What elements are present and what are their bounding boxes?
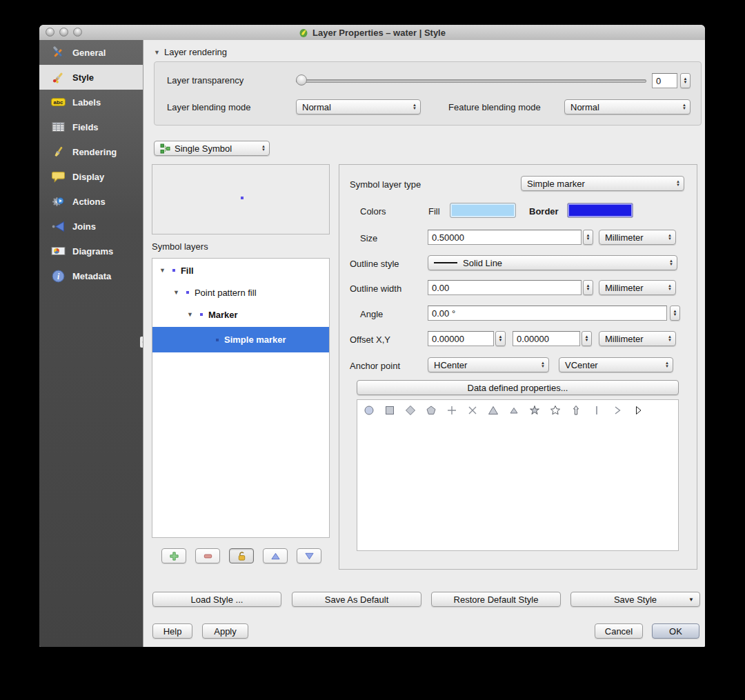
slider-track[interactable] bbox=[296, 79, 646, 83]
angle-input[interactable]: 0.00 ° bbox=[428, 306, 667, 321]
minimize-button[interactable] bbox=[59, 28, 68, 37]
feature-blending-label: Feature blending mode bbox=[448, 102, 541, 112]
border-color-swatch[interactable] bbox=[567, 203, 633, 218]
layer-blending-select[interactable]: Normal▲▼ bbox=[296, 99, 421, 114]
marker-shape-list bbox=[357, 399, 679, 551]
tree-row-simple-marker[interactable]: Simple marker bbox=[152, 327, 329, 352]
outline-width-unit-select[interactable]: Millimeter▲▼ bbox=[599, 280, 676, 295]
down-arrow-icon bbox=[304, 552, 315, 561]
sidebar-item-general[interactable]: General bbox=[39, 40, 143, 65]
offset-y-stepper[interactable]: ▲▼ bbox=[582, 331, 592, 346]
ok-button[interactable]: OK bbox=[652, 623, 699, 639]
sidebar-item-fields[interactable]: Fields bbox=[39, 114, 143, 139]
feature-blending-select[interactable]: Normal▲▼ bbox=[564, 99, 691, 114]
apply-button[interactable]: Apply bbox=[202, 623, 248, 639]
anchor-point-label: Anchor point bbox=[350, 361, 400, 371]
shape-star-thin-icon[interactable] bbox=[529, 405, 540, 416]
sidebar-item-actions[interactable]: Actions bbox=[39, 189, 143, 214]
expand-triangle-icon[interactable]: ▼ bbox=[173, 289, 179, 296]
offset-unit-select[interactable]: Millimeter▲▼ bbox=[599, 331, 676, 346]
sidebar-item-joins[interactable]: Joins bbox=[39, 214, 143, 239]
updown-arrows-icon: ▲▼ bbox=[676, 180, 680, 187]
outline-style-select[interactable]: Solid Line▲▼ bbox=[428, 255, 677, 270]
shape-diamond-icon[interactable] bbox=[405, 405, 416, 416]
desktop: { "window": { "title": "Layer Properties… bbox=[0, 0, 745, 700]
size-stepper[interactable]: ▲▼ bbox=[583, 230, 593, 245]
collapse-triangle-icon[interactable]: ▼ bbox=[154, 49, 160, 56]
size-unit-select[interactable]: Millimeter▲▼ bbox=[599, 230, 676, 245]
open-lock-icon bbox=[237, 551, 247, 561]
sidebar-item-diagrams[interactable]: Diagrams bbox=[39, 239, 143, 263]
offset-x-input[interactable]: 0.00000 bbox=[428, 331, 494, 346]
offset-x-stepper[interactable]: ▲▼ bbox=[495, 331, 506, 346]
updown-arrows-icon: ▲▼ bbox=[668, 284, 672, 291]
move-layer-up-button[interactable] bbox=[263, 548, 288, 563]
add-symbol-layer-button[interactable] bbox=[161, 548, 186, 563]
offset-y-input[interactable]: 0.00000 bbox=[513, 331, 580, 346]
move-layer-down-button[interactable] bbox=[297, 548, 321, 563]
help-button[interactable]: Help bbox=[152, 623, 192, 639]
sidebar-item-label: Labels bbox=[72, 97, 101, 108]
shape-triangle-icon[interactable] bbox=[488, 405, 499, 416]
layer-transparency-stepper[interactable]: ▲▼ bbox=[680, 73, 691, 88]
sidebar-item-rendering[interactable]: Rendering bbox=[39, 139, 143, 164]
sidebar-item-display[interactable]: Display bbox=[39, 164, 143, 189]
shape-star-icon[interactable] bbox=[550, 405, 561, 416]
expand-triangle-icon[interactable]: ▼ bbox=[187, 311, 193, 318]
colors-label: Colors bbox=[360, 206, 386, 217]
shape-arrowhead-right-icon[interactable] bbox=[633, 405, 644, 416]
single-symbol-icon bbox=[160, 143, 170, 154]
zoom-button[interactable] bbox=[73, 28, 82, 37]
angle-stepper[interactable]: ▲▼ bbox=[670, 306, 680, 321]
renderer-select[interactable]: Single Symbol ▲▼ bbox=[154, 141, 270, 156]
shape-triangle-small-icon[interactable] bbox=[508, 405, 519, 416]
symbol-preview-dot bbox=[241, 197, 244, 199]
restore-default-style-button[interactable]: Restore Default Style bbox=[431, 592, 561, 607]
size-input[interactable]: 0.50000 bbox=[428, 230, 582, 245]
layer-blending-label: Layer blending mode bbox=[167, 102, 250, 112]
shape-vertical-line-icon[interactable] bbox=[591, 405, 602, 416]
join-arrow-icon bbox=[48, 221, 68, 232]
shape-arrow-up-icon[interactable] bbox=[570, 405, 582, 416]
load-style-button[interactable]: Load Style ... bbox=[152, 592, 281, 607]
shape-chevron-right-icon[interactable] bbox=[612, 405, 623, 416]
sidebar-item-style[interactable]: Style bbox=[39, 65, 143, 90]
tree-row-marker[interactable]: ▼ Marker bbox=[152, 303, 329, 326]
anchor-h-select[interactable]: HCenter▲▼ bbox=[428, 357, 549, 372]
tree-row-fill[interactable]: ▼ Fill bbox=[152, 259, 329, 281]
updown-arrows-icon: ▲▼ bbox=[261, 145, 266, 152]
tree-row-point-pattern-fill[interactable]: ▼ Point pattern fill bbox=[152, 281, 329, 303]
stepper-down-icon[interactable]: ▼ bbox=[684, 81, 688, 84]
updown-arrows-icon: ▲▼ bbox=[665, 361, 669, 368]
cancel-button[interactable]: Cancel bbox=[595, 623, 643, 639]
lock-colors-button[interactable] bbox=[229, 548, 254, 563]
shape-plus-icon[interactable] bbox=[446, 405, 457, 416]
titlebar[interactable]: Layer Properties – water | Style bbox=[39, 25, 705, 41]
shape-circle-icon[interactable] bbox=[364, 405, 375, 416]
save-style-button[interactable]: Save Style▼ bbox=[570, 592, 700, 607]
layer-rendering-section-header[interactable]: ▼ Layer rendering bbox=[154, 47, 227, 57]
symbol-layer-type-select[interactable]: Simple marker▲▼ bbox=[521, 176, 684, 191]
save-as-default-button[interactable]: Save As Default bbox=[292, 592, 421, 607]
sidebar-item-metadata[interactable]: i Metadata bbox=[39, 263, 143, 288]
slider-thumb[interactable] bbox=[296, 74, 307, 86]
expand-triangle-icon[interactable]: ▼ bbox=[159, 267, 166, 274]
fill-color-swatch[interactable] bbox=[450, 203, 516, 218]
shape-cross-icon[interactable] bbox=[467, 405, 478, 416]
remove-symbol-layer-button[interactable] bbox=[195, 548, 220, 563]
close-button[interactable] bbox=[46, 28, 54, 37]
outline-width-stepper[interactable]: ▲▼ bbox=[583, 280, 593, 295]
layer-preview-icon bbox=[200, 313, 203, 316]
shape-pentagon-icon[interactable] bbox=[426, 405, 437, 416]
sidebar-item-label: General bbox=[72, 48, 106, 58]
anchor-v-select[interactable]: VCenter▲▼ bbox=[559, 357, 673, 372]
layer-transparency-value-input[interactable]: 0 bbox=[652, 73, 677, 88]
symbol-layer-toolbar bbox=[161, 548, 321, 563]
up-arrow-icon bbox=[270, 552, 281, 561]
sidebar-item-labels[interactable]: abc Labels bbox=[39, 90, 143, 114]
updown-arrows-icon: ▲▼ bbox=[668, 234, 672, 241]
layer-transparency-slider[interactable] bbox=[296, 73, 646, 87]
shape-square-icon[interactable] bbox=[384, 405, 395, 416]
outline-width-input[interactable]: 0.00 bbox=[428, 280, 582, 295]
data-defined-properties-button[interactable]: Data defined properties... bbox=[357, 380, 679, 395]
